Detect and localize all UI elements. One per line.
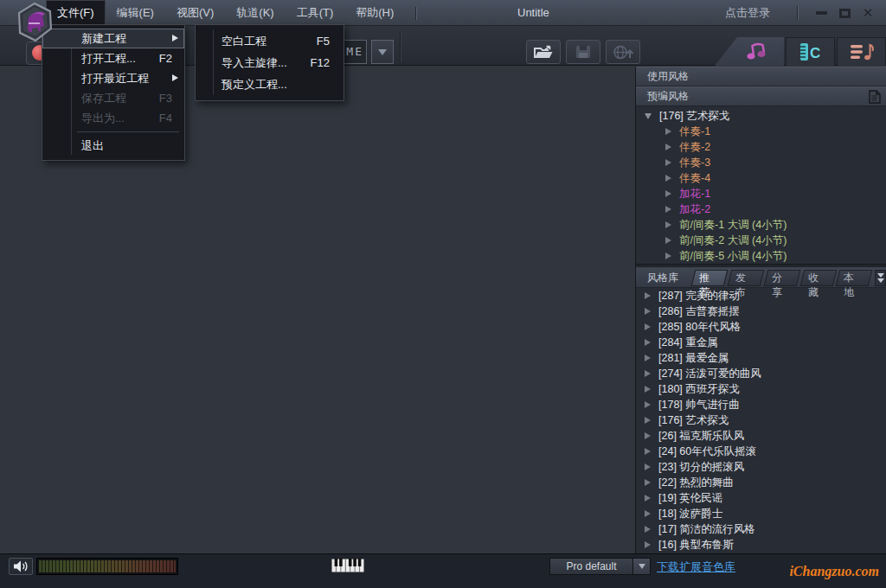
expander-closed-icon[interactable]	[665, 144, 671, 150]
library-item[interactable]: [286] 吉普赛摇摆	[636, 304, 886, 319]
menu-tools[interactable]: 工具(T)	[286, 0, 345, 26]
expander-closed-icon[interactable]	[645, 417, 651, 424]
library-item[interactable]: [180] 西班牙探戈	[636, 381, 886, 397]
menu-separator	[77, 131, 179, 132]
expander-closed-icon[interactable]	[645, 355, 651, 361]
menu-file[interactable]: 文件(F)	[46, 0, 106, 26]
library-item[interactable]: [19] 英伦民谣	[636, 490, 886, 506]
library-item[interactable]: [16] 典型布鲁斯	[636, 537, 886, 553]
publish-button[interactable]	[606, 40, 640, 64]
open-project-button[interactable]	[526, 40, 561, 64]
tree-row[interactable]: 加花-2	[636, 201, 886, 217]
menu-item-open-project[interactable]: 打开工程... F2	[42, 48, 184, 68]
expander-closed-icon[interactable]	[645, 292, 651, 299]
tab-style-tool[interactable]	[715, 37, 784, 66]
tab-lyrics-tool[interactable]	[837, 37, 886, 66]
more-tabs-button[interactable]	[875, 270, 886, 286]
tree-row[interactable]: 伴奏-1	[636, 124, 886, 139]
tab-local[interactable]: 本地	[836, 270, 873, 286]
expander-closed-icon[interactable]	[665, 237, 671, 244]
tree-row[interactable]: 伴奏-3	[636, 155, 886, 170]
maximize-button[interactable]	[837, 5, 852, 21]
expander-closed-icon[interactable]	[665, 159, 671, 166]
tab-recommended[interactable]: 推荐	[691, 270, 729, 286]
save-project-button[interactable]	[566, 40, 600, 64]
app-logo[interactable]	[16, 2, 55, 46]
menu-item-exit[interactable]: 退出	[42, 136, 184, 156]
expander-closed-icon[interactable]	[645, 463, 651, 470]
use-style-header[interactable]: 使用风格	[636, 67, 886, 86]
tree-row[interactable]: 伴奏-4	[636, 170, 886, 186]
library-item[interactable]: [17] 简洁的流行风格	[636, 521, 886, 537]
expander-closed-icon[interactable]	[645, 401, 651, 408]
expander-closed-icon[interactable]	[645, 386, 651, 393]
menu-shortcut: F3	[159, 88, 172, 108]
expander-closed-icon[interactable]	[665, 252, 671, 259]
tree-row[interactable]: 伴奏-2	[636, 139, 886, 155]
maximize-icon	[839, 9, 851, 18]
library-item[interactable]: [274] 活泼可爱的曲风	[636, 366, 886, 381]
style-info-button[interactable]	[868, 90, 881, 104]
tree-row[interactable]: 前/间奏-5 小调 (4小节)	[636, 248, 886, 264]
expander-closed-icon[interactable]	[645, 323, 651, 330]
expander-closed-icon[interactable]	[645, 370, 651, 377]
menu-shortcut: F4	[159, 108, 172, 128]
library-item[interactable]: [178] 帅气进行曲	[636, 397, 886, 412]
expander-closed-icon[interactable]	[645, 339, 651, 346]
expander-closed-icon[interactable]	[645, 495, 651, 502]
expander-closed-icon[interactable]	[665, 175, 671, 182]
menu-item-import-melody[interactable]: 导入主旋律... F12	[196, 52, 343, 74]
menu-item-predefined-project[interactable]: 预定义工程...	[196, 74, 343, 95]
tree-row[interactable]: 前/间奏-2 大调 (4小节)	[636, 233, 886, 248]
expander-closed-icon[interactable]	[645, 432, 651, 439]
expander-closed-icon[interactable]	[645, 510, 651, 517]
tab-shared[interactable]: 分享	[763, 270, 800, 286]
library-item[interactable]: [176] 艺术探戈	[636, 412, 886, 428]
music-notes-icon	[743, 42, 767, 61]
close-button[interactable]: ✕	[860, 5, 876, 21]
expander-closed-icon[interactable]	[665, 206, 671, 213]
expander-closed-icon[interactable]	[645, 448, 651, 455]
lyrics-note-icon	[850, 42, 874, 61]
tree-label: 加花-1	[679, 187, 710, 201]
sound-preset-dropdown[interactable]: Pro default	[549, 558, 651, 575]
library-item[interactable]: [26] 福克斯乐队风	[636, 428, 886, 444]
expander-closed-icon[interactable]	[645, 541, 651, 548]
menu-item-open-recent[interactable]: 打开最近工程	[42, 68, 184, 88]
expander-closed-icon[interactable]	[645, 308, 651, 315]
menu-help[interactable]: 帮助(H)	[344, 0, 405, 26]
login-link[interactable]: 点击登录	[725, 0, 770, 26]
library-item[interactable]: [23] 切分的摇滚风	[636, 459, 886, 475]
expander-closed-icon[interactable]	[665, 128, 671, 135]
volume-button[interactable]	[9, 558, 33, 575]
tab-favorites[interactable]: 收藏	[799, 270, 837, 286]
expander-closed-icon[interactable]	[645, 526, 651, 533]
preset-style-header[interactable]: 预编风格	[636, 86, 886, 106]
piano-keyboard-icon	[331, 559, 364, 576]
tab-chord-tool[interactable]: C	[786, 37, 835, 66]
menu-edit[interactable]: 编辑(E)	[106, 0, 165, 26]
library-item[interactable]: [24] 60年代乐队摇滚	[636, 444, 886, 459]
menu-item-new-project[interactable]: 新建工程	[42, 29, 184, 48]
download-soundbank-link[interactable]: 下载扩展音色库	[657, 559, 735, 575]
library-item[interactable]: [287] 完美的律动	[636, 288, 886, 304]
library-item[interactable]: [22] 热烈的舞曲	[636, 475, 886, 490]
expander-closed-icon[interactable]	[645, 479, 651, 486]
time-mode-dropdown[interactable]	[371, 40, 394, 64]
menu-track[interactable]: 轨道(K)	[225, 0, 285, 26]
library-item[interactable]: [285] 80年代风格	[636, 319, 886, 335]
menu-view[interactable]: 视图(V)	[165, 0, 225, 26]
minimize-button[interactable]	[813, 5, 829, 21]
tree-label: 伴奏-4	[679, 171, 710, 186]
tree-row[interactable]: 加花-1	[636, 186, 886, 201]
menu-item-blank-project[interactable]: 空白工程 F5	[196, 30, 343, 52]
expander-closed-icon[interactable]	[665, 190, 671, 197]
library-item[interactable]: [18] 波萨爵士	[636, 506, 886, 521]
tree-row[interactable]: 前/间奏-1 大调 (4小节)	[636, 217, 886, 233]
tab-published[interactable]: 发布	[727, 270, 764, 286]
library-item[interactable]: [284] 重金属	[636, 335, 886, 350]
expander-open-icon[interactable]	[645, 113, 652, 119]
library-item[interactable]: [281] 最爱金属	[636, 350, 886, 366]
expander-closed-icon[interactable]	[665, 221, 671, 228]
tree-row-root[interactable]: [176] 艺术探戈	[636, 108, 886, 124]
